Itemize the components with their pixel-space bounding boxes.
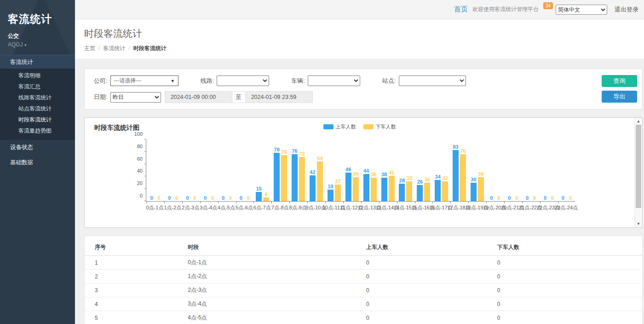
- bar-value-label: 0: [515, 195, 518, 201]
- bar-group: 00: [558, 139, 575, 201]
- table-row[interactable]: 21点-2点00: [85, 270, 642, 284]
- bar-value-label: 0: [204, 195, 207, 201]
- notification-badge[interactable]: 34: [543, 2, 553, 9]
- bar-group: 00: [218, 139, 236, 201]
- bar-with-label: 0: [524, 195, 530, 201]
- bar-value-label: 38: [381, 172, 387, 177]
- bar-group: 3432: [432, 139, 450, 201]
- breadcrumb-separator: /: [98, 45, 100, 52]
- bar[interactable]: [335, 185, 341, 201]
- legend-item[interactable]: 上车人数: [323, 123, 356, 130]
- export-button[interactable]: 导出: [602, 91, 637, 103]
- bar-with-label: 0: [532, 195, 538, 201]
- date-to-label: 至: [232, 91, 245, 103]
- line-select[interactable]: [217, 75, 269, 86]
- sidebar-item-passenger-stats[interactable]: 客流统计: [0, 55, 75, 69]
- sidebar-subitem[interactable]: 线路客流统计: [0, 92, 75, 103]
- bar[interactable]: [453, 150, 459, 201]
- sidebar-item-device-status[interactable]: 设备状态: [0, 140, 75, 155]
- date-start-input[interactable]: 2024-01-09 00:00: [165, 91, 232, 103]
- bar[interactable]: [299, 157, 305, 201]
- bar[interactable]: [424, 183, 430, 201]
- logout-link[interactable]: 退出登录: [615, 6, 638, 14]
- bar-with-label: 27: [335, 179, 341, 201]
- bar-with-label: 44: [363, 168, 369, 201]
- bar[interactable]: [263, 197, 269, 201]
- date-preset-select[interactable]: 昨日: [110, 92, 161, 103]
- bar-group: 4264: [307, 139, 325, 201]
- bar-with-label: 34: [435, 174, 441, 201]
- bar[interactable]: [435, 180, 441, 201]
- bar[interactable]: [478, 177, 484, 201]
- bar[interactable]: [442, 181, 448, 201]
- bar-value-label: 15: [256, 186, 262, 191]
- chart-header: 时段车流统计图 上车人数下车人数: [85, 118, 642, 133]
- bar[interactable]: [389, 176, 395, 201]
- scroll-up-icon[interactable]: ▲: [635, 118, 642, 125]
- vehicle-select[interactable]: [308, 75, 360, 86]
- bar-value-label: 39: [353, 171, 358, 177]
- sidebar-item-base-data[interactable]: 基础数据: [0, 155, 75, 170]
- legend-swatch: [363, 124, 374, 129]
- bar[interactable]: [328, 190, 334, 201]
- y-tick-label: 80: [132, 144, 146, 149]
- query-button[interactable]: 查询: [602, 75, 637, 87]
- breadcrumb-item[interactable]: 主页: [84, 45, 95, 52]
- table-row[interactable]: 10点-1点00: [85, 256, 642, 270]
- bar[interactable]: [406, 181, 412, 201]
- sidebar-subitem[interactable]: 客流汇总: [0, 81, 75, 92]
- sidebar-subitem[interactable]: 客流明细: [0, 70, 75, 81]
- bar-value-label: 0: [150, 195, 153, 201]
- date-end-input[interactable]: 2024-01-09 23:59: [245, 91, 313, 103]
- table-row[interactable]: 32点-3点00: [85, 284, 642, 297]
- bar-value-label: 72: [299, 151, 305, 156]
- app-title: 客流统计: [8, 12, 75, 26]
- bar[interactable]: [310, 175, 316, 201]
- bar[interactable]: [274, 153, 280, 201]
- bar[interactable]: [371, 178, 377, 201]
- bar-with-label: 72: [299, 151, 305, 201]
- language-select[interactable]: 简体中文: [556, 5, 607, 15]
- bar[interactable]: [345, 173, 351, 201]
- bar[interactable]: [256, 192, 262, 201]
- x-axis-labels: 0点-1点1点-2点2点-3点3点-4点4点-5点5点-6点6点-7点7点-8点…: [146, 204, 575, 211]
- bar-value-label: 0: [533, 195, 536, 201]
- bar[interactable]: [292, 154, 298, 201]
- y-tick-label: 0: [132, 193, 146, 198]
- table-panel: 序号时段上车人数下车人数 10点-1点0021点-2点0032点-3点0043点…: [84, 236, 643, 324]
- chart-scrollbar[interactable]: ▲ ▼: [634, 118, 642, 227]
- sidebar-subitem[interactable]: 时段客流统计: [0, 114, 75, 125]
- page-header: 时段客流统计 主页/客流统计/时段客流统计: [75, 19, 644, 59]
- breadcrumb-item[interactable]: 客流统计: [103, 45, 125, 52]
- bar[interactable]: [317, 162, 323, 201]
- station-select[interactable]: [399, 75, 466, 86]
- org-dropdown[interactable]: AQGJ ▾: [8, 41, 75, 48]
- y-tick-mark: [144, 139, 146, 139]
- bar-group: 2630: [414, 139, 432, 201]
- bar[interactable]: [460, 154, 466, 201]
- legend-item[interactable]: 下车人数: [363, 123, 396, 130]
- sidebar-subitem[interactable]: 站点客流统计: [0, 103, 75, 114]
- date-label: 日期:: [94, 93, 108, 101]
- table-cell: 2: [85, 270, 188, 284]
- bar[interactable]: [381, 178, 387, 201]
- bar-group: 2832: [397, 139, 414, 201]
- bar[interactable]: [399, 184, 405, 201]
- table-row[interactable]: 54点-5点00: [85, 311, 642, 324]
- bar[interactable]: [353, 177, 359, 201]
- x-tick-label: 0点-1点: [146, 204, 164, 211]
- bar[interactable]: [417, 185, 423, 201]
- bar-value-label: 78: [274, 147, 280, 152]
- bar[interactable]: [471, 183, 477, 201]
- chevron-down-icon: ▾: [24, 43, 27, 47]
- company-select[interactable]: ---请选择--- ▼: [110, 75, 178, 86]
- sidebar-subitem[interactable]: 客流量趋势图: [0, 125, 75, 136]
- bar[interactable]: [363, 174, 369, 201]
- scrollbar-thumb[interactable]: [636, 125, 641, 208]
- scroll-down-icon[interactable]: ▼: [635, 220, 642, 227]
- table-cell: 0: [366, 311, 497, 324]
- table-row[interactable]: 43点-4点00: [85, 297, 642, 311]
- home-link[interactable]: 首页: [454, 5, 468, 14]
- bar[interactable]: [281, 155, 287, 202]
- bar-value-label: 38: [371, 172, 376, 177]
